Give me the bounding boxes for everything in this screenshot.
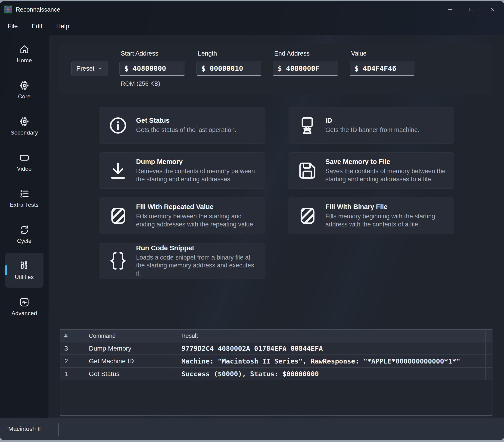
start-address-label: Start Address <box>119 50 185 61</box>
log-header-row: # Command Result <box>60 330 492 342</box>
info-icon <box>108 115 128 136</box>
chip-icon <box>18 80 30 91</box>
dump-memory-card[interactable]: Dump Memory Retrieves the contents of me… <box>99 152 265 189</box>
log-row[interactable]: 1 Get Status Success ($0000), Status: $0… <box>60 368 492 380</box>
app-icon <box>4 5 13 14</box>
app-identity: Reconnaissance <box>0 5 60 14</box>
sidebar-item-cycle[interactable]: Cycle <box>5 217 44 251</box>
sidebar-item-extra-tests[interactable]: Extra Tests <box>5 181 44 215</box>
save-memory-card[interactable]: Save Memory to File Saves the contents o… <box>288 152 454 189</box>
end-address-input[interactable] <box>273 61 338 76</box>
hatch-icon <box>108 206 128 226</box>
menu-edit[interactable]: Edit <box>32 23 43 30</box>
hatch-icon <box>297 206 317 226</box>
tools-icon <box>18 260 30 272</box>
menu-bar: File Edit Help <box>0 18 69 35</box>
sidebar-item-utilities[interactable]: Utilities <box>5 253 44 288</box>
get-status-card[interactable]: Get Status Gets the status of the last o… <box>99 107 265 144</box>
sidebar-nav: Home Core Secondary Video <box>0 35 49 418</box>
chip-icon <box>18 116 30 127</box>
sidebar-item-video[interactable]: Video <box>5 145 44 179</box>
value-label: Value <box>350 50 415 61</box>
close-icon <box>490 6 496 13</box>
minimize-icon <box>447 6 453 13</box>
log-row[interactable]: 2 Get Machine ID Machine: "Macintosh II … <box>60 355 492 368</box>
log-row[interactable]: 3 Dump Memory 9779D2C4 4080002A 01784EFA… <box>60 342 492 355</box>
log-header-command: Command <box>83 330 175 342</box>
length-label: Length <box>196 50 261 61</box>
main-content: Start Address Length End Address Value P… <box>49 35 504 418</box>
action-cards: Get Status Gets the status of the last o… <box>99 107 454 279</box>
start-address-input[interactable] <box>119 61 185 76</box>
pulse-icon <box>18 296 30 308</box>
computer-icon <box>297 115 317 136</box>
sidebar-item-core[interactable]: Core <box>5 72 44 107</box>
command-log-table: # Command Result 3 Dump Memory 9779D2C4 … <box>60 329 492 416</box>
menu-file[interactable]: File <box>8 23 18 30</box>
end-address-label: End Address <box>273 50 338 61</box>
bullet-list-icon <box>18 188 30 200</box>
menu-help[interactable]: Help <box>56 23 69 30</box>
sidebar-item-advanced[interactable]: Advanced <box>5 289 44 324</box>
status-divider <box>58 423 59 436</box>
maximize-button[interactable] <box>461 1 482 18</box>
log-header-num: # <box>60 330 83 342</box>
braces-icon <box>108 251 128 271</box>
preset-dropdown[interactable]: Preset <box>71 61 108 76</box>
window-title: Reconnaissance <box>16 6 60 13</box>
length-input[interactable] <box>196 61 261 76</box>
chevron-down-icon <box>97 66 103 71</box>
connected-machine-label: Macintosh II <box>8 425 41 433</box>
address-form-panel: Start Address Length End Address Value P… <box>60 44 492 94</box>
app-window: Reconnaissance File Edit Help Home <box>0 1 504 440</box>
status-bar: Macintosh II <box>0 418 504 440</box>
window-controls <box>439 1 503 18</box>
titlebar[interactable]: Reconnaissance <box>0 1 504 18</box>
sync-icon <box>18 224 30 236</box>
download-icon <box>108 161 128 181</box>
fill-binary-file-card[interactable]: Fill With Binary File Fills memory begin… <box>288 198 454 234</box>
preset-caption: ROM (256 KB) <box>119 80 185 87</box>
home-icon <box>18 43 30 55</box>
sidebar-item-secondary[interactable]: Secondary <box>5 108 44 143</box>
sidebar-item-home[interactable]: Home <box>5 36 44 71</box>
close-button[interactable] <box>482 1 503 18</box>
fill-repeated-value-card[interactable]: Fill With Repeated Value Fills memory be… <box>99 198 265 234</box>
log-header-result: Result <box>175 330 486 342</box>
value-input[interactable] <box>350 61 415 76</box>
minimize-button[interactable] <box>439 1 461 18</box>
display-icon <box>18 152 30 164</box>
run-code-snippet-card[interactable]: Run Code Snippet Loads a code snippet fr… <box>99 243 265 279</box>
id-card[interactable]: ID Gets the ID banner from machine. <box>288 107 454 144</box>
floppy-icon <box>297 161 317 181</box>
maximize-icon <box>468 6 474 13</box>
log-scrollbar-track[interactable] <box>486 330 492 342</box>
